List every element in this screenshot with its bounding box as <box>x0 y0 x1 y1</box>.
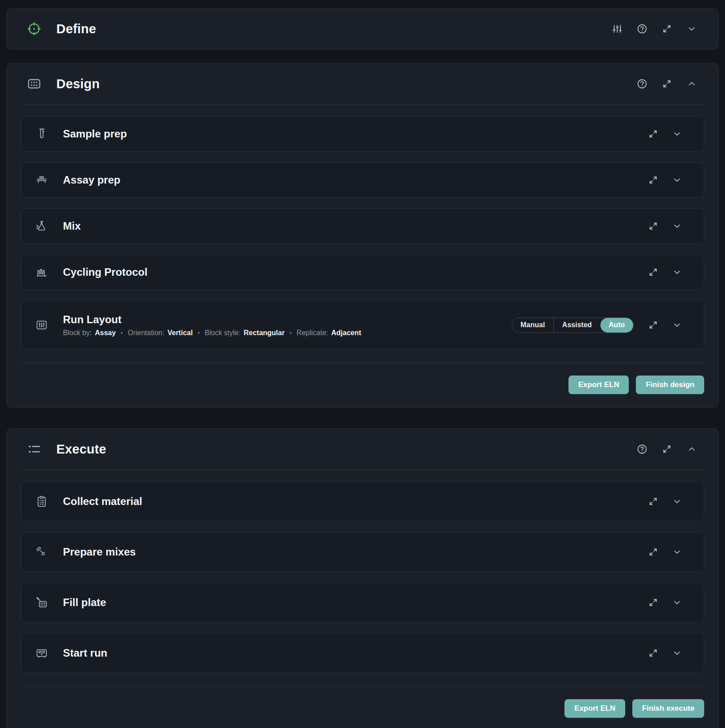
chevron-down-icon[interactable] <box>672 320 682 330</box>
target-icon <box>27 22 41 36</box>
step-label: Mix <box>63 220 81 232</box>
execute-header[interactable]: Execute <box>7 429 718 470</box>
expand-icon[interactable] <box>648 221 658 231</box>
sliders-icon[interactable] <box>612 23 623 34</box>
finish-design-button[interactable]: Finish design <box>636 376 704 394</box>
chevron-down-icon[interactable] <box>672 267 682 278</box>
run-layout-summary: Block by:Assay • Orientation:Vertical • … <box>63 329 361 337</box>
execute-title: Execute <box>56 442 106 457</box>
chevron-down-icon[interactable] <box>672 496 682 507</box>
fill-plate-icon <box>35 596 48 609</box>
export-eln-button[interactable]: Export ELN <box>564 699 625 718</box>
thermal-cycle-icon <box>35 266 48 278</box>
help-icon[interactable] <box>637 23 647 34</box>
step-row-cycling-protocol[interactable]: Cycling Protocol <box>21 254 704 290</box>
define-title: Define <box>56 22 96 36</box>
clipboard-list-icon <box>35 495 48 508</box>
expand-icon[interactable] <box>662 78 672 89</box>
step-row-prepare-mixes[interactable]: Prepare mixes <box>21 532 704 572</box>
step-row-mix[interactable]: Mix <box>21 208 704 244</box>
finish-execute-button[interactable]: Finish execute <box>632 699 704 718</box>
step-label: Cycling Protocol <box>63 266 148 278</box>
step-row-sample-prep[interactable]: Sample prep <box>21 116 704 152</box>
step-label: Assay prep <box>63 174 120 186</box>
chevron-down-icon[interactable] <box>686 23 697 34</box>
execute-card: Execute <box>6 428 719 728</box>
chevron-down-icon[interactable] <box>672 221 682 231</box>
chevron-down-icon[interactable] <box>672 547 682 557</box>
design-title: Design <box>56 77 100 91</box>
chevron-up-icon[interactable] <box>686 444 697 454</box>
export-eln-button[interactable]: Export ELN <box>568 376 629 394</box>
expand-icon[interactable] <box>648 175 658 185</box>
pipette-icon <box>35 546 48 558</box>
instrument-icon <box>35 647 48 659</box>
expand-icon[interactable] <box>648 547 658 557</box>
layout-mode-segmented-control: Manual Assisted Auto <box>512 317 634 333</box>
plate-layout-icon <box>35 319 48 331</box>
step-label: Collect material <box>63 495 142 508</box>
step-label: Fill plate <box>63 596 106 609</box>
tube-rack-icon <box>35 174 48 186</box>
step-row-collect-material[interactable]: Collect material <box>21 481 704 521</box>
step-label: Run Layout <box>63 313 361 326</box>
define-card: Define <box>6 8 719 50</box>
step-row-fill-plate[interactable]: Fill plate <box>21 583 704 622</box>
expand-icon[interactable] <box>648 267 658 278</box>
expand-icon[interactable] <box>662 444 672 454</box>
expand-icon[interactable] <box>648 496 658 507</box>
expand-icon[interactable] <box>648 648 658 658</box>
chevron-down-icon[interactable] <box>672 175 682 185</box>
step-label: Start run <box>63 647 107 659</box>
test-tube-icon <box>35 128 48 140</box>
help-icon[interactable] <box>637 78 647 89</box>
expand-icon[interactable] <box>648 129 658 139</box>
design-card: Design <box>6 63 719 408</box>
step-label: Prepare mixes <box>63 546 136 558</box>
design-header[interactable]: Design <box>7 63 718 104</box>
step-row-run-layout[interactable]: Run Layout Block by:Assay • Orientation:… <box>21 301 704 349</box>
expand-icon[interactable] <box>648 320 658 330</box>
chevron-down-icon[interactable] <box>672 129 682 139</box>
define-header[interactable]: Define <box>7 8 718 49</box>
expand-icon[interactable] <box>662 23 672 34</box>
mode-manual-button[interactable]: Manual <box>512 318 553 333</box>
plate-icon <box>27 77 41 91</box>
step-row-start-run[interactable]: Start run <box>21 633 704 673</box>
step-label: Sample prep <box>63 128 127 140</box>
chevron-down-icon[interactable] <box>672 648 682 658</box>
list-icon <box>27 442 41 456</box>
mode-assisted-button[interactable]: Assisted <box>553 318 600 333</box>
expand-icon[interactable] <box>648 597 658 608</box>
mode-auto-button[interactable]: Auto <box>600 318 633 333</box>
help-icon[interactable] <box>637 444 647 454</box>
chevron-down-icon[interactable] <box>672 597 682 608</box>
step-row-assay-prep[interactable]: Assay prep <box>21 162 704 198</box>
chevron-up-icon[interactable] <box>686 78 697 89</box>
flask-icon <box>35 220 48 232</box>
